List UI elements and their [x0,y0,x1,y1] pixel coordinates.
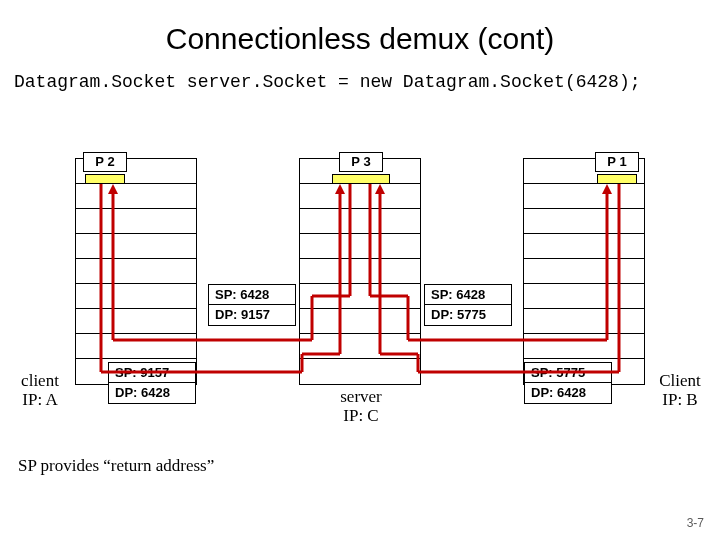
process-p2: P 2 [83,152,127,172]
process-p1: P 1 [595,152,639,172]
packet-sp: SP: 9157 [109,363,195,383]
host-line1: client [21,371,59,390]
packet-sp: SP: 6428 [209,285,295,305]
slide-title: Connectionless demux (cont) [0,0,720,64]
host-line2: IP: B [662,390,697,409]
packet-sp: SP: 5775 [525,363,611,383]
socket-p3 [332,174,390,184]
host-line2: IP: A [22,390,57,409]
code-line: Datagram.Socket server.Socket = new Data… [0,64,720,92]
stack-client-a: P 2 [75,158,197,385]
host-line1: Client [659,371,701,390]
packet-upper-right: SP: 6428 DP: 5775 [424,284,512,326]
packet-dp: DP: 6428 [109,383,195,403]
packet-dp: DP: 5775 [425,305,511,325]
packet-upper-left: SP: 6428 DP: 9157 [208,284,296,326]
host-label-left: client IP: A [10,372,70,409]
socket-p2 [85,174,125,184]
packet-dp: DP: 6428 [525,383,611,403]
host-label-right: Client IP: B [650,372,710,409]
slide-number: 3-7 [687,516,704,530]
process-p3: P 3 [339,152,383,172]
socket-p1 [597,174,637,184]
packet-lower-left: SP: 9157 DP: 6428 [108,362,196,404]
packet-lower-right: SP: 5775 DP: 6428 [524,362,612,404]
host-label-center: server IP: C [326,388,396,425]
footnote: SP provides “return address” [18,456,214,476]
host-line1: server [340,387,382,406]
host-line2: IP: C [343,406,378,425]
packet-sp: SP: 6428 [425,285,511,305]
stack-server-c: P 3 [299,158,421,385]
stack-client-b: P 1 [523,158,645,385]
packet-dp: DP: 9157 [209,305,295,325]
